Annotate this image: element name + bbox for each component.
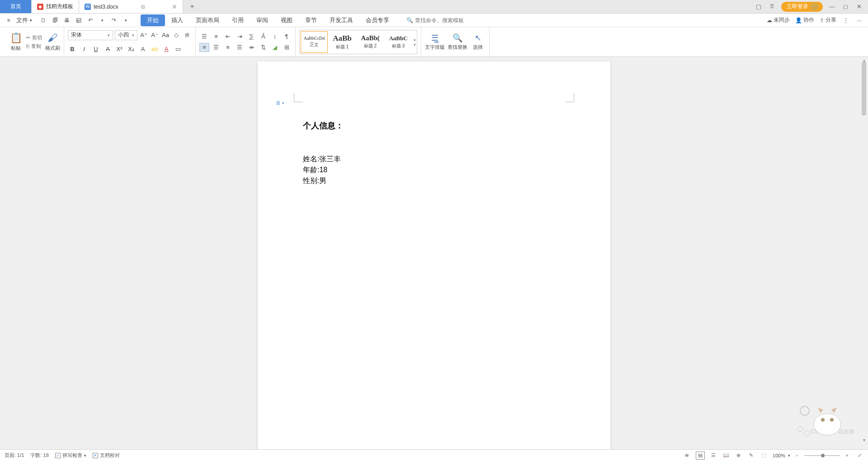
chevron-down-icon[interactable]: ▾ [122, 16, 130, 24]
tab-member[interactable]: 会员专享 [359, 14, 396, 26]
tab-review[interactable]: 审阅 [250, 14, 274, 26]
align-center-button[interactable]: ☰ [211, 43, 221, 52]
bullets-button[interactable]: ☰ [199, 32, 209, 41]
view-print-icon[interactable]: ▤ [696, 452, 705, 460]
vertical-scrollbar[interactable]: ▴ ▾ [861, 57, 867, 449]
zoom-value[interactable]: 100% [773, 453, 785, 458]
fit-icon[interactable]: ⬚ [760, 452, 768, 460]
search-input[interactable] [415, 17, 478, 24]
decrease-indent-button[interactable]: ⇤ [223, 32, 233, 41]
increase-indent-button[interactable]: ⇥ [235, 32, 245, 41]
doc-line[interactable]: 姓名:张三丰 [303, 154, 565, 165]
tab-chapter[interactable]: 章节 [299, 14, 323, 26]
find-replace-button[interactable]: 🔍 查找替换 [448, 33, 467, 51]
hamburger-icon[interactable]: ≡ [5, 16, 13, 24]
tab-add-button[interactable]: ＋ [183, 0, 201, 13]
text-layout-button[interactable]: ☰̲ 文字排版 [425, 33, 445, 51]
maximize-button[interactable]: ◻ [841, 2, 850, 11]
popout-icon[interactable]: ⧉ [141, 4, 145, 10]
doc-line[interactable]: 性别:男 [303, 175, 565, 186]
style-heading2[interactable]: AaBb( 标题 2 [357, 31, 384, 53]
select-button[interactable]: ↖ 选择 [470, 33, 486, 51]
char-border-button[interactable]: ▭ [174, 45, 183, 54]
superscript-button[interactable]: X² [115, 45, 124, 54]
scroll-down-icon[interactable]: ▾ [861, 437, 867, 443]
italic-button[interactable]: I [80, 45, 89, 54]
zoom-slider[interactable] [804, 455, 840, 456]
shading-button[interactable]: ◢ [270, 43, 280, 52]
font-name-select[interactable]: 宋体▾ [68, 30, 113, 40]
tab-docker-templates[interactable]: ◆ 找稻壳模板 [32, 0, 79, 13]
command-search[interactable]: 🔍 [406, 17, 478, 24]
word-count[interactable]: 字数: 18 [30, 452, 48, 459]
numbering-button[interactable]: ≡ [211, 32, 221, 41]
more-icon[interactable]: ⋮ [842, 16, 850, 24]
view-focus-icon[interactable]: ✎ [747, 452, 755, 460]
page-indicator[interactable]: 页面: 1/1 [5, 452, 24, 459]
underline-button[interactable]: U [91, 45, 100, 54]
doc-heading[interactable]: 个人信息： [303, 120, 565, 131]
font-size-select[interactable]: 小四▾ [115, 30, 137, 40]
distribute-button[interactable]: ⇹ [246, 43, 256, 52]
save-as-icon[interactable]: 🗐 [51, 16, 59, 24]
fullscreen-icon[interactable]: ⤢ [855, 452, 863, 460]
undo-button[interactable]: ↶ [86, 16, 94, 24]
coop-button[interactable]: 👤协作 [795, 16, 814, 24]
format-painter-button[interactable]: 🖌 格式刷 [45, 32, 60, 52]
doc-body[interactable]: 姓名:张三丰 年龄:18 性别:男 [303, 154, 565, 186]
line-spacing-button[interactable]: ⇅ [258, 43, 268, 52]
style-normal[interactable]: AaBbCcDd 正文 [301, 31, 328, 53]
font-color-button[interactable]: A [162, 45, 171, 54]
redo-button[interactable]: ↷ [110, 16, 118, 24]
borders-button[interactable]: ⊞ [282, 43, 292, 52]
cut-button[interactable]: ✂剪切 [26, 34, 42, 41]
style-heading3[interactable]: AaBbC 标题 3 [385, 31, 412, 53]
page-content[interactable]: 个人信息： 姓名:张三丰 年龄:18 性别:男 [258, 61, 610, 213]
tab-page-layout[interactable]: 页面布局 [189, 14, 226, 26]
zoom-in-button[interactable]: ＋ [843, 452, 851, 460]
phonetic-guide-button[interactable]: 拼 [183, 31, 192, 40]
spellcheck-toggle[interactable]: ✓拼写检查▾ [55, 452, 86, 459]
sort-button[interactable]: ⅀ [246, 32, 256, 41]
show-marks-button[interactable]: ¶ [282, 32, 292, 41]
sync-status[interactable]: ☁未同步 [767, 16, 790, 24]
subscript-button[interactable]: X₂ [127, 45, 136, 54]
grid-icon[interactable]: ⠿ [768, 2, 777, 11]
close-icon[interactable]: ✕ [172, 3, 177, 10]
collapse-ribbon-icon[interactable]: ︿ [855, 16, 863, 24]
align-justify-button[interactable]: ☰ [235, 43, 245, 52]
proofread-toggle[interactable]: ✕文档校对 [93, 452, 120, 459]
view-read-icon[interactable]: 📖 [722, 452, 730, 460]
tab-document[interactable]: W test3.docx ⧉ ✕ [79, 0, 183, 13]
style-heading1[interactable]: AaBb 标题 1 [329, 31, 356, 53]
align-right-button[interactable]: ≡ [223, 43, 233, 52]
strikethrough-button[interactable]: A̶ [103, 45, 112, 54]
tab-insert[interactable]: 插入 [165, 14, 189, 26]
bold-button[interactable]: B [68, 45, 77, 54]
print-preview-icon[interactable]: 🗟 [75, 16, 83, 24]
eye-icon[interactable]: 👁 [683, 452, 691, 460]
save-icon[interactable]: 🗋 [39, 16, 47, 24]
print-icon[interactable]: 🖶 [63, 16, 71, 24]
file-menu[interactable]: 文件 ▾ [16, 16, 32, 24]
zoom-out-button[interactable]: − [793, 452, 801, 460]
change-case-button[interactable]: Aa [161, 31, 170, 40]
layout-icon[interactable]: ▢ [754, 2, 763, 11]
grow-font-button[interactable]: A⁺ [139, 31, 148, 40]
login-button[interactable]: 立即登录 [781, 2, 823, 12]
style-scroll[interactable]: ▴▾ [414, 37, 416, 47]
tab-start[interactable]: 开始 [141, 14, 165, 26]
slider-thumb[interactable] [821, 454, 825, 457]
shrink-font-button[interactable]: A⁻ [150, 31, 159, 40]
tab-references[interactable]: 引用 [226, 14, 250, 26]
text-direction-button[interactable]: А̂ [258, 32, 268, 41]
clear-format-button[interactable]: ◇ [172, 31, 181, 40]
view-web-icon[interactable]: ⊕ [735, 452, 743, 460]
doc-line[interactable]: 年龄:18 [303, 165, 565, 175]
minimize-button[interactable]: — [827, 2, 836, 11]
text-effects-button[interactable]: A [138, 45, 147, 54]
asian-layout-button[interactable]: ↕ [270, 32, 280, 41]
view-outline-icon[interactable]: ☰ [709, 452, 717, 460]
chevron-down-icon[interactable]: ▾ [98, 16, 106, 24]
share-button[interactable]: ⇪分享 [820, 16, 836, 24]
